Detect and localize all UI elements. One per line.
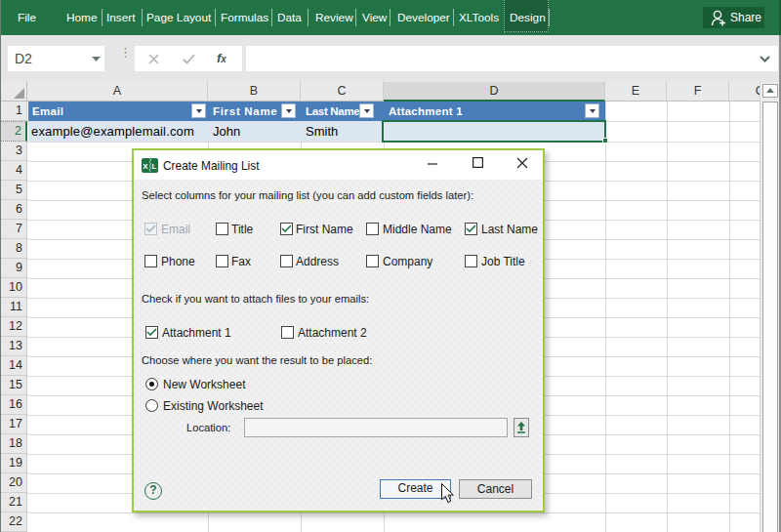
svg-text:L: L — [152, 162, 157, 171]
svg-text:X: X — [143, 162, 148, 171]
